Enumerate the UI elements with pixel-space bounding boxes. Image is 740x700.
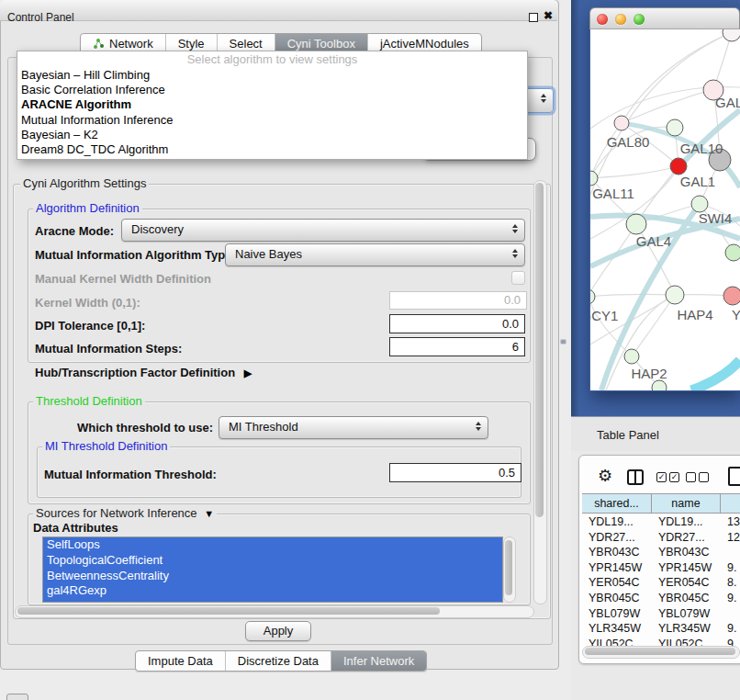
network-node[interactable]: [652, 380, 667, 390]
zoom-traffic-light-icon[interactable]: [633, 14, 645, 25]
network-node[interactable]: [626, 214, 646, 234]
mi-steps-field[interactable]: 6: [389, 337, 525, 356]
table-horizontal-scrollbar[interactable]: [582, 646, 740, 659]
cell-name[interactable]: YER054C: [652, 575, 721, 591]
list-item[interactable]: BetweennessCentrality: [43, 569, 502, 584]
table-row[interactable]: YBR043C YBR043C: [582, 545, 740, 560]
cell-value[interactable]: 9: [721, 637, 740, 646]
cell-value[interactable]: [721, 606, 740, 622]
table-row[interactable]: YDL19... YDL19... 13: [582, 514, 740, 530]
mi-threshold-field[interactable]: 0.5: [389, 463, 521, 482]
cell-shared-name[interactable]: YPR145W: [582, 560, 652, 576]
dropdown-item[interactable]: Dream8 DC_TDC Algorithm: [17, 142, 527, 157]
network-node[interactable]: [723, 287, 740, 305]
unselect-all-columns-icon[interactable]: [686, 472, 709, 482]
dropdown-item[interactable]: Bayesian – Hill Climbing: [17, 68, 527, 83]
scrollbar-thumb[interactable]: [505, 540, 512, 595]
cell-shared-name[interactable]: YBR043C: [582, 545, 652, 560]
list-item[interactable]: gal4RGexp: [43, 583, 502, 599]
columns-icon[interactable]: [627, 469, 644, 485]
cell-name[interactable]: YLR345W: [652, 621, 721, 637]
sources-group-title[interactable]: Sources for Network Inference ▼: [33, 507, 217, 520]
settings-vertical-scrollbar[interactable]: [533, 180, 547, 604]
table-row[interactable]: YDR27... YDR27... 12: [582, 530, 740, 546]
cell-name[interactable]: YBL079W: [652, 606, 721, 622]
cell-value[interactable]: 9.: [721, 560, 740, 576]
cell-value[interactable]: [721, 545, 740, 560]
scrollbar-thumb[interactable]: [535, 183, 544, 517]
cell-value[interactable]: 12: [721, 530, 740, 546]
minimize-traffic-light-icon[interactable]: [615, 14, 626, 25]
aracne-mode-combobox[interactable]: Discovery: [121, 219, 525, 242]
cell-shared-name[interactable]: YBR045C: [582, 591, 652, 606]
cell-name[interactable]: YBR043C: [652, 545, 721, 560]
network-node[interactable]: [590, 171, 598, 186]
dropdown-item[interactable]: Mutual Information Inference: [17, 113, 527, 128]
cell-shared-name[interactable]: YIL052C: [582, 637, 652, 646]
kernel-width-field[interactable]: 0.0: [389, 291, 527, 310]
column-header-name[interactable]: name: [652, 494, 721, 513]
column-header-shared-name[interactable]: shared...: [582, 494, 652, 513]
cell-shared-name[interactable]: YLR345W: [582, 621, 652, 637]
mi-algorithm-type-combobox[interactable]: Naive Bayes: [225, 243, 525, 266]
dropdown-item[interactable]: Basic Correlation Inference: [17, 83, 527, 97]
dock-panel-button[interactable]: [6, 694, 28, 700]
algorithm-definition-title: Algorithm Definition: [33, 202, 142, 215]
table-row[interactable]: YLR345W YLR345W 9.: [582, 621, 740, 637]
cell-shared-name[interactable]: YDL19...: [582, 514, 652, 530]
apply-button[interactable]: Apply: [245, 621, 311, 641]
table-row[interactable]: YBL079W YBL079W: [582, 606, 740, 622]
network-node[interactable]: [666, 286, 684, 304]
gear-icon[interactable]: ⚙: [598, 468, 612, 484]
dropdown-item[interactable]: Bayesian – K2: [17, 128, 527, 142]
tab-discretize-data[interactable]: Discretize Data: [225, 651, 331, 671]
cell-name[interactable]: YDR27...: [652, 530, 721, 546]
cell-shared-name[interactable]: YER054C: [582, 575, 652, 591]
tab-impute-data[interactable]: Impute Data: [136, 651, 225, 671]
cell-value[interactable]: 8.: [721, 575, 740, 591]
network-node[interactable]: [723, 29, 740, 41]
table-row[interactable]: YPR145W YPR145W 9.: [582, 560, 740, 576]
scrollbar-thumb[interactable]: [17, 607, 440, 615]
cell-value[interactable]: 9.: [721, 621, 740, 637]
cell-value[interactable]: 13: [721, 514, 740, 530]
network-node-selected[interactable]: [670, 158, 687, 175]
list-vertical-scrollbar[interactable]: [503, 536, 516, 603]
settings-horizontal-scrollbar[interactable]: [15, 605, 534, 618]
select-all-columns-icon[interactable]: ✓ ✓: [656, 472, 679, 482]
cell-name[interactable]: YPR145W: [652, 560, 721, 576]
cell-name[interactable]: YBR045C: [652, 591, 721, 606]
cell-value[interactable]: 9.: [721, 591, 740, 606]
cell-name[interactable]: YDL19...: [652, 514, 721, 530]
list-item[interactable]: SelfLoops: [43, 537, 502, 553]
list-item[interactable]: TopologicalCoefficient: [43, 553, 502, 569]
unchecked-box-icon: [699, 472, 709, 482]
scrollbar-thumb[interactable]: [585, 648, 735, 655]
table-row[interactable]: YER054C YER054C 8.: [582, 575, 740, 591]
hub-definition-expander[interactable]: Hub/Transcription Factor Definition ▶: [35, 366, 252, 379]
cell-name[interactable]: YIL052C: [652, 637, 721, 646]
cell-shared-name[interactable]: YBL079W: [582, 606, 652, 622]
export-table-icon[interactable]: [728, 467, 740, 486]
network-window-titlebar[interactable]: [589, 7, 740, 29]
table-row[interactable]: YIL052C YIL052C 9: [582, 637, 740, 646]
float-window-icon[interactable]: [529, 13, 538, 22]
network-node[interactable]: [624, 349, 639, 364]
tab-infer-network[interactable]: Infer Network: [331, 651, 426, 671]
column-header-clipped[interactable]: A: [721, 494, 740, 513]
which-threshold-combobox[interactable]: MI Threshold: [219, 416, 488, 439]
network-node[interactable]: [590, 289, 595, 304]
cell-shared-name[interactable]: YDR27...: [582, 530, 652, 546]
network-canvas[interactable]: GAL GAL80 GAL10 GAL1 GAL11 SWI4 GAL4 GCY…: [590, 29, 740, 390]
combo-arrows-icon: [476, 422, 481, 431]
table-row[interactable]: YBR045C YBR045C 9.: [582, 591, 740, 606]
close-traffic-light-icon[interactable]: [597, 14, 608, 25]
manual-kernel-width-checkbox[interactable]: [511, 271, 525, 285]
network-node[interactable]: [614, 116, 629, 130]
dpi-tolerance-field[interactable]: 0.0: [389, 314, 525, 333]
dropdown-item-selected[interactable]: ARACNE Algorithm: [17, 97, 527, 112]
network-node[interactable]: [725, 244, 740, 261]
splitter-grip[interactable]: [561, 340, 566, 344]
close-icon[interactable]: ✖: [544, 9, 553, 22]
network-node[interactable]: [667, 119, 683, 136]
